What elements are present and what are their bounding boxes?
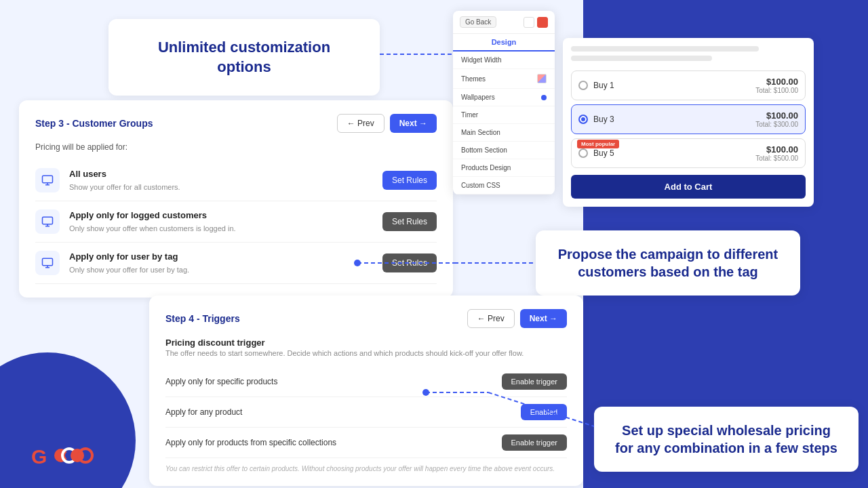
panel-icons bbox=[524, 17, 548, 28]
rule-row-all-users: All users Show your offer for all custom… bbox=[35, 160, 437, 201]
buy1-price-info: $100.00 Total: $100.00 bbox=[755, 77, 798, 94]
svg-rect-9 bbox=[43, 258, 53, 266]
rule-icon-users bbox=[35, 168, 60, 192]
buy1-price: $100.00 bbox=[755, 77, 798, 87]
rule-desc-0: Show your offer for all customers. bbox=[69, 183, 180, 191]
skeleton-line-2 bbox=[571, 56, 712, 61]
buy3-price-info: $100.00 Total: $300.00 bbox=[755, 110, 798, 128]
svg-rect-8 bbox=[43, 217, 53, 224]
design-tab[interactable]: Design bbox=[453, 34, 555, 52]
add-to-cart-button[interactable]: Add to Cart bbox=[571, 175, 806, 199]
rule-icon-logged bbox=[35, 209, 60, 234]
logo-svg: G bbox=[30, 442, 98, 469]
buy1-name: Buy 1 bbox=[593, 81, 755, 90]
radio-buy3 bbox=[578, 115, 588, 124]
product-option-buy5[interactable]: Buy 5 $100.00 Total: $500.00 Most popula… bbox=[571, 138, 806, 168]
callout-1: Propose the campaign to different custom… bbox=[536, 230, 800, 296]
step4-nav: ← Prev Next → bbox=[467, 309, 567, 328]
trigger-row-specific-products: Apply only for specific products Enable … bbox=[165, 367, 567, 397]
product-widget: Buy 1 $100.00 Total: $100.00 Buy 3 $100.… bbox=[563, 38, 814, 207]
set-rules-button-2[interactable]: Set Rules bbox=[382, 253, 437, 272]
radio-buy1 bbox=[578, 81, 588, 90]
step4-next-button[interactable]: Next → bbox=[520, 309, 567, 328]
step3-title: Step 3 - Customer Groups bbox=[35, 118, 153, 129]
rule-text-tag: Apply only for user by tag Only show you… bbox=[69, 251, 373, 275]
design-panel: Go Back Design Widget Width Themes Wallp… bbox=[453, 11, 555, 195]
product-option-buy1[interactable]: Buy 1 $100.00 Total: $100.00 bbox=[571, 70, 806, 100]
menu-widget-width[interactable]: Widget Width bbox=[453, 52, 555, 69]
rule-icon-tag bbox=[35, 251, 60, 275]
callout-2-text: Set up special wholesale pricing for any… bbox=[613, 422, 840, 457]
pricing-label: Pricing will be applied for: bbox=[35, 142, 437, 152]
buy5-price-info: $100.00 Total: $500.00 bbox=[755, 144, 798, 162]
panel-icon-red bbox=[537, 17, 548, 28]
step3-prev-button[interactable]: ← Prev bbox=[337, 114, 384, 133]
callout-2: Set up special wholesale pricing for any… bbox=[594, 407, 859, 472]
logo: G bbox=[30, 442, 98, 469]
buy3-name: Buy 3 bbox=[593, 115, 755, 124]
buy3-total: Total: $300.00 bbox=[755, 121, 798, 128]
trigger-subtitle: The offer needs to start somewhere. Deci… bbox=[165, 349, 567, 357]
skeleton-line-1 bbox=[571, 46, 759, 52]
title-heading: Unlimited customization options bbox=[133, 38, 355, 77]
trigger-title: Pricing discount trigger bbox=[165, 338, 567, 348]
rule-name-2: Apply only for user by tag bbox=[69, 251, 373, 262]
trigger-row-collections: Apply only for products from specific co… bbox=[165, 428, 567, 458]
step3-next-button[interactable]: Next → bbox=[390, 114, 437, 133]
svg-rect-7 bbox=[43, 176, 53, 183]
wallpapers-dot bbox=[541, 95, 547, 100]
trigger-label-0: Apply only for specific products bbox=[165, 377, 277, 386]
menu-themes[interactable]: Themes bbox=[453, 69, 555, 89]
buy3-price: $100.00 bbox=[755, 110, 798, 121]
rule-name-1: Apply only for logged customers bbox=[69, 210, 373, 220]
callout-1-text: Propose the campaign to different custom… bbox=[555, 245, 781, 281]
most-popular-badge: Most popular bbox=[577, 140, 619, 148]
menu-products-design[interactable]: Products Design bbox=[453, 159, 555, 177]
menu-custom-css[interactable]: Custom CSS bbox=[453, 177, 555, 195]
buy1-total: Total: $100.00 bbox=[755, 87, 798, 94]
enable-trigger-button-2[interactable]: Enable trigger bbox=[502, 434, 568, 451]
rule-text-logged: Apply only for logged customers Only sho… bbox=[69, 210, 373, 234]
svg-text:G: G bbox=[31, 445, 47, 468]
trigger-note: You can restrict this offer to certain p… bbox=[165, 465, 567, 472]
panel-icon-square bbox=[524, 17, 534, 28]
product-option-buy3[interactable]: Buy 3 $100.00 Total: $300.00 bbox=[571, 104, 806, 134]
set-rules-button-0[interactable]: Set Rules bbox=[382, 171, 437, 190]
set-rules-button-1[interactable]: Set Rules bbox=[382, 212, 437, 231]
menu-wallpapers[interactable]: Wallpapers bbox=[453, 89, 555, 106]
title-card: Unlimited customization options bbox=[108, 19, 380, 96]
rule-row-tag: Apply only for user by tag Only show you… bbox=[35, 243, 437, 284]
design-panel-header: Go Back bbox=[453, 11, 555, 34]
step3-card: Step 3 - Customer Groups ← Prev Next → P… bbox=[19, 100, 453, 298]
menu-timer[interactable]: Timer bbox=[453, 106, 555, 124]
trigger-label-1: Apply for any product bbox=[165, 407, 242, 417]
enable-trigger-button-0[interactable]: Enable trigger bbox=[502, 373, 568, 390]
step4-card: Step 4 - Triggers ← Prev Next → Pricing … bbox=[149, 296, 583, 486]
go-back-button[interactable]: Go Back bbox=[460, 16, 496, 28]
enable-trigger-button-1[interactable]: Enabled bbox=[521, 404, 567, 420]
step3-nav: ← Prev Next → bbox=[337, 114, 437, 133]
step4-prev-button[interactable]: ← Prev bbox=[467, 309, 515, 328]
rule-row-logged: Apply only for logged customers Only sho… bbox=[35, 201, 437, 243]
buy5-price: $100.00 bbox=[755, 144, 798, 155]
rule-desc-2: Only show your offer for user by tag. bbox=[69, 266, 189, 274]
menu-bottom-section[interactable]: Bottom Section bbox=[453, 142, 555, 159]
rule-text-all-users: All users Show your offer for all custom… bbox=[69, 169, 373, 192]
trigger-row-any-product: Apply for any product Enabled bbox=[165, 397, 567, 428]
buy5-total: Total: $500.00 bbox=[755, 155, 798, 162]
theme-swatch bbox=[537, 74, 547, 83]
trigger-label-2: Apply only for products from specific co… bbox=[165, 438, 336, 447]
rule-desc-1: Only show your offer when customers is l… bbox=[69, 224, 236, 232]
step4-title: Step 4 - Triggers bbox=[165, 313, 240, 324]
rule-name-0: All users bbox=[69, 169, 373, 179]
menu-main-section[interactable]: Main Section bbox=[453, 124, 555, 142]
